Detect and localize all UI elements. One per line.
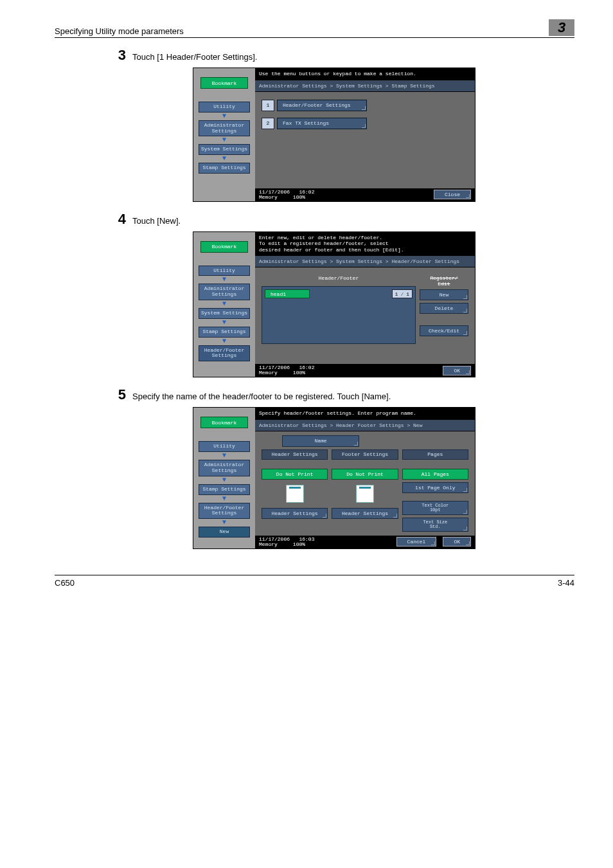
sidebar-new[interactable]: New	[199, 527, 250, 538]
footer-header-settings-button[interactable]: Header Settings	[332, 508, 398, 519]
sidebar-admin-settings[interactable]: Administrator Settings	[199, 284, 250, 300]
chevron-down-icon: ▼	[222, 277, 226, 282]
footer-model: C650	[55, 578, 75, 588]
page-chapter-number: 3	[549, 19, 574, 36]
text-size-button[interactable]: Text SizeStd.	[402, 518, 468, 532]
bookmark-button[interactable]: Bookmark	[200, 241, 248, 253]
breadcrumb: Administrator Settings > Header Footer S…	[255, 419, 475, 431]
step-number-5: 5	[103, 386, 126, 403]
chevron-down-icon: ▼	[222, 496, 226, 502]
footer-preview-icon	[356, 485, 374, 503]
chevron-down-icon: ▼	[222, 453, 226, 458]
instruction-bar: Specify header/footer settings. Enter pr…	[255, 408, 475, 419]
screenshot-stamp-settings: Bookmark Utility ▼ Administrator Setting…	[193, 68, 475, 202]
col-head-header-settings: Header Settings	[262, 449, 328, 460]
col-head-footer-settings: Footer Settings	[332, 449, 398, 460]
sidebar-utility[interactable]: Utility	[199, 102, 250, 113]
header-do-not-print[interactable]: Do Not Print	[262, 469, 328, 480]
instruction-bar: Use the menu buttons or keypad to make a…	[255, 68, 475, 80]
sidebar-stamp-settings[interactable]: Stamp Settings	[199, 163, 250, 174]
status-datetime: 11/17/2006 16:02 Memory 100%	[259, 190, 314, 200]
sidebar-stamp-settings[interactable]: Stamp Settings	[199, 484, 250, 495]
chevron-down-icon: ▼	[222, 320, 226, 325]
text-color-button[interactable]: Text Color10pt	[402, 501, 468, 515]
name-button[interactable]: Name	[282, 435, 359, 447]
step-text-3: Touch [1 Header/Footer Settings].	[132, 48, 257, 62]
footer-page-number: 3-44	[558, 578, 574, 588]
chevron-down-icon: ▼	[222, 138, 226, 143]
bookmark-button[interactable]: Bookmark	[200, 417, 248, 428]
sidebar-admin-settings[interactable]: Administrator Settings	[199, 120, 250, 137]
chevron-down-icon: ▼	[222, 520, 226, 525]
breadcrumb: Administrator Settings > System Settings…	[255, 80, 475, 92]
step-text-4: Touch [New].	[132, 212, 181, 226]
chevron-down-icon: ▼	[222, 339, 226, 344]
cancel-button[interactable]: Cancel	[396, 537, 437, 547]
sidebar-system-settings[interactable]: System Settings	[199, 144, 250, 155]
breadcrumb: Administrator Settings > System Settings…	[255, 255, 475, 267]
screenshot-header-footer-list: Bookmark Utility ▼ Administrator Setting…	[193, 231, 475, 378]
step-number-4: 4	[103, 211, 126, 228]
list-pager[interactable]: 1/1	[392, 289, 413, 298]
bookmark-button[interactable]: Bookmark	[200, 77, 248, 89]
menu-header-footer-settings[interactable]: Header/Footer Settings	[277, 100, 367, 111]
header-settings-button[interactable]: Header Settings	[262, 508, 328, 519]
chevron-down-icon: ▼	[222, 156, 226, 161]
menu-index-2[interactable]: 2	[262, 118, 274, 129]
page-header-title: Specifying Utility mode parameters	[55, 26, 542, 36]
ok-button[interactable]: OK	[443, 366, 471, 375]
sidebar-header-footer-settings[interactable]: Header/Footer Settings	[199, 503, 250, 520]
sidebar-stamp-settings[interactable]: Stamp Settings	[199, 327, 250, 338]
close-button[interactable]: Close	[434, 190, 471, 199]
step-text-5: Specify the name of the header/footer to…	[132, 388, 391, 401]
sidebar-admin-settings[interactable]: Administrator Settings	[199, 460, 250, 476]
status-datetime: 11/17/2006 16:02 Memory 100%	[259, 365, 314, 375]
register-edit-label: Register/ Edit	[420, 275, 468, 287]
pages-all-pages[interactable]: All Pages	[402, 469, 468, 480]
header-footer-listbox[interactable]: head1 1/1	[262, 286, 416, 344]
chevron-down-icon: ▼	[222, 478, 226, 483]
footer-do-not-print[interactable]: Do Not Print	[332, 469, 398, 480]
menu-index-1[interactable]: 1	[262, 100, 274, 111]
pages-first-page-only[interactable]: 1st Page Only	[402, 482, 468, 493]
chevron-down-icon: ▼	[222, 302, 226, 307]
col-head-pages: Pages	[402, 449, 468, 460]
delete-button[interactable]: Delete	[420, 303, 468, 314]
list-title: Header/Footer	[262, 275, 416, 281]
sidebar-header-footer-settings[interactable]: Header/Footer Settings	[199, 345, 250, 362]
step-number-3: 3	[103, 47, 126, 64]
sidebar-utility[interactable]: Utility	[199, 441, 250, 452]
check-edit-button[interactable]: Check/Edit	[420, 325, 468, 336]
ok-button[interactable]: OK	[443, 537, 471, 547]
new-button[interactable]: New	[420, 289, 468, 300]
chevron-down-icon: ▼	[222, 114, 226, 119]
screenshot-new-header-footer: Bookmark Utility ▼ Administrator Setting…	[193, 407, 475, 549]
menu-fax-tx-settings[interactable]: Fax TX Settings	[277, 118, 367, 129]
sidebar-system-settings[interactable]: System Settings	[199, 308, 250, 319]
list-item-head1[interactable]: head1	[265, 289, 310, 298]
status-datetime: 11/17/2006 16:03 Memory 100%	[259, 537, 314, 547]
header-preview-icon	[286, 485, 304, 503]
instruction-bar: Enter new, edit or delete header/footer.…	[255, 232, 475, 256]
sidebar-utility[interactable]: Utility	[199, 266, 250, 276]
